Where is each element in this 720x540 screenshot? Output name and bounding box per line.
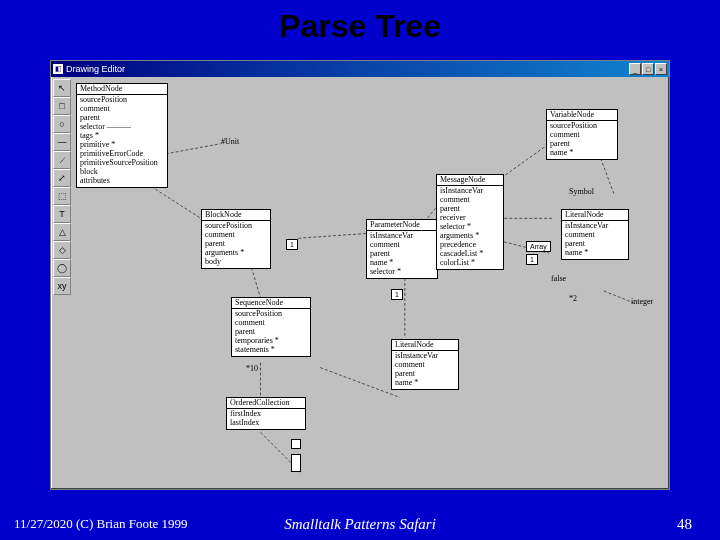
svg-line-13 xyxy=(604,291,634,303)
node-rows: sourcePosition comment parent temporarie… xyxy=(232,309,310,356)
node-rows: isInstanceVar comment parent name * xyxy=(392,351,458,389)
tool-pointer[interactable]: ↖ xyxy=(53,79,71,97)
node-row: name * xyxy=(370,258,434,267)
node-row: isInstanceVar xyxy=(370,231,434,240)
tool-palette: ↖ □ ○ — ⟋ ⤢ ⬚ T △ ◇ ◯ xy xyxy=(53,79,71,295)
node-row: isInstanceVar xyxy=(440,186,500,195)
slide: Parse Tree ◧ Drawing Editor _ □ × ↖ □ ○ … xyxy=(0,0,720,540)
node-ordered[interactable]: OrderedCollection firstIndex lastIndex xyxy=(226,397,306,430)
node-sequence[interactable]: SequenceNode sourcePosition comment pare… xyxy=(231,297,311,357)
svg-line-6 xyxy=(298,233,370,238)
drawing-editor-window: ◧ Drawing Editor _ □ × ↖ □ ○ — ⟋ ⤢ ⬚ T △… xyxy=(50,60,670,490)
node-rows: isInstanceVar comment parent name * xyxy=(562,221,628,259)
node-title: VariableNode xyxy=(547,110,617,121)
tool-circle[interactable]: ◯ xyxy=(53,259,71,277)
node-title: MessageNode xyxy=(437,175,503,186)
node-block[interactable]: BlockNode sourcePosition comment parent … xyxy=(201,209,271,269)
window-title: Drawing Editor xyxy=(66,64,125,74)
tool-triangle[interactable]: △ xyxy=(53,223,71,241)
label-array: Array xyxy=(526,241,551,252)
label-false: false xyxy=(551,274,566,283)
slide-footer: 11/27/2020 (C) Brian Foote 1999 Smalltal… xyxy=(0,512,720,536)
node-row: parent xyxy=(395,369,455,378)
app-icon: ◧ xyxy=(53,64,63,74)
node-variable[interactable]: VariableNode sourcePosition comment pare… xyxy=(546,109,618,160)
label-sunit: #Unit xyxy=(221,137,239,146)
node-row: comment xyxy=(370,240,434,249)
node-row: comment xyxy=(395,360,455,369)
node-row: cascadeList * xyxy=(440,249,500,258)
node-literal-top[interactable]: LiteralNode isInstanceVar comment parent… xyxy=(561,209,629,260)
node-row: sourcePosition xyxy=(550,121,614,130)
node-row: sourcePosition xyxy=(235,309,307,318)
anchor-box xyxy=(291,439,301,449)
node-row: sourcePosition xyxy=(205,221,267,230)
node-method[interactable]: MethodNode sourcePosition comment parent… xyxy=(76,83,168,188)
tool-text[interactable]: T xyxy=(53,205,71,223)
label-integer: integer xyxy=(631,297,653,306)
close-button[interactable]: × xyxy=(655,63,667,75)
node-row: selector * xyxy=(370,267,434,276)
node-row: parent xyxy=(80,113,164,122)
node-title: OrderedCollection xyxy=(227,398,305,409)
node-row: precedence xyxy=(440,240,500,249)
node-rows: sourcePosition comment parent arguments … xyxy=(202,221,270,268)
label-two: *2 xyxy=(569,294,577,303)
node-row: receiver xyxy=(440,213,500,222)
node-row: tags * xyxy=(80,131,164,140)
node-row: block xyxy=(80,167,164,176)
node-row: comment xyxy=(205,230,267,239)
node-row: lastIndex xyxy=(230,418,302,427)
node-row: parent xyxy=(440,204,500,213)
node-row: comment xyxy=(565,230,625,239)
node-row: isInstanceVar xyxy=(565,221,625,230)
node-rows: isInstanceVar comment parent name * sele… xyxy=(367,231,437,278)
node-row: parent xyxy=(205,239,267,248)
tool-dashrect[interactable]: ⬚ xyxy=(53,187,71,205)
node-row: comment xyxy=(80,104,164,113)
footer-page-number: 48 xyxy=(677,516,692,533)
node-row: sourcePosition xyxy=(80,95,164,104)
maximize-button[interactable]: □ xyxy=(642,63,654,75)
tool-rect[interactable]: □ xyxy=(53,97,71,115)
diagram-canvas[interactable]: MethodNode sourcePosition comment parent… xyxy=(71,79,667,487)
footer-left: 11/27/2020 (C) Brian Foote 1999 xyxy=(14,516,188,532)
node-rows: isInstanceVar comment parent receiver se… xyxy=(437,186,503,269)
node-rows: sourcePosition comment parent selector —… xyxy=(77,95,167,187)
tool-line[interactable]: — xyxy=(53,133,71,151)
node-rows: sourcePosition comment parent name * xyxy=(547,121,617,159)
node-row: attributes xyxy=(80,176,164,185)
node-rows: firstIndex lastIndex xyxy=(227,409,305,429)
tool-arrow[interactable]: ⤢ xyxy=(53,169,71,187)
node-row: comment xyxy=(550,130,614,139)
slide-title: Parse Tree xyxy=(0,0,720,45)
node-row: parent xyxy=(565,239,625,248)
node-title: BlockNode xyxy=(202,210,270,221)
node-row: primitive * xyxy=(80,140,164,149)
node-message[interactable]: MessageNode isInstanceVar comment parent… xyxy=(436,174,504,270)
label-one: 1 xyxy=(391,289,403,300)
tool-diag[interactable]: ⟋ xyxy=(53,151,71,169)
node-row: parent xyxy=(235,327,307,336)
node-row: selector * xyxy=(440,222,500,231)
node-literal-bottom[interactable]: LiteralNode isInstanceVar comment parent… xyxy=(391,339,459,390)
node-row: parent xyxy=(550,139,614,148)
node-row: selector ——— xyxy=(80,122,164,131)
tool-diamond[interactable]: ◇ xyxy=(53,241,71,259)
node-row: name * xyxy=(395,378,455,387)
node-row: firstIndex xyxy=(230,409,302,418)
node-row: primitiveSourcePosition xyxy=(80,158,164,167)
tool-ellipse[interactable]: ○ xyxy=(53,115,71,133)
node-title: LiteralNode xyxy=(562,210,628,221)
node-row: parent xyxy=(370,249,434,258)
node-title: MethodNode xyxy=(77,84,167,95)
tool-xy[interactable]: xy xyxy=(53,277,71,295)
node-parameter[interactable]: ParameterNode isInstanceVar comment pare… xyxy=(366,219,438,279)
minimize-button[interactable]: _ xyxy=(629,63,641,75)
node-title: SequenceNode xyxy=(232,298,310,309)
window-titlebar: ◧ Drawing Editor _ □ × xyxy=(51,61,669,77)
node-title: LiteralNode xyxy=(392,340,458,351)
node-row: name * xyxy=(565,248,625,257)
label-symbol: Symbol xyxy=(569,187,594,196)
node-title: ParameterNode xyxy=(367,220,437,231)
